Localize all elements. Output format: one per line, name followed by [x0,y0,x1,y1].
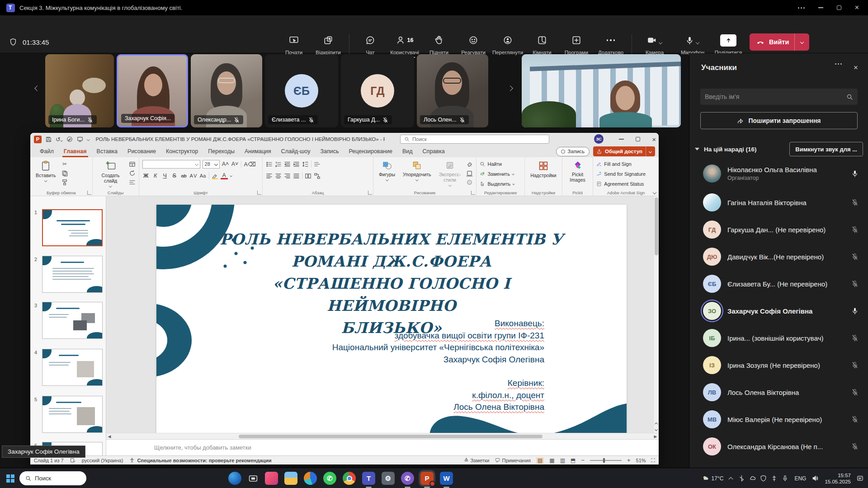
clock[interactable]: 15:57 15.05.2025 [825,472,851,485]
arrange-button[interactable]: Упорядочить [401,160,433,182]
panel-more-icon[interactable] [835,63,842,72]
new-slide-button[interactable]: Создать слайд [96,160,126,188]
mic-chevron-icon[interactable] [696,41,699,44]
strip-scroll-right[interactable] [508,84,512,92]
dialog-launcher-icon[interactable] [257,191,261,195]
participant-row[interactable]: Ніколаєнко Ольга ВасилівнаОрганізатор [689,158,868,189]
send-signature-button[interactable]: Send for Signature [596,169,646,178]
video-tile[interactable]: Лось Олен... [417,54,488,127]
file-explorer-icon[interactable] [284,472,297,485]
apps-button[interactable]: Програми [559,33,594,55]
slide-canvas[interactable]: РОЛЬ НЕВЕРБАЛЬНИХ ЕЛЕМЕНТІВ У РОМАНІ ДЖ.… [106,196,659,455]
notes-toggle[interactable]: ≙Заметки [464,457,489,464]
slideshow-icon[interactable] [77,136,83,142]
mic-off-icon[interactable] [851,199,859,206]
normal-view-icon[interactable]: ▤ [536,457,544,464]
onedrive-icon[interactable] [749,475,756,482]
tab-transitions[interactable]: Переходы [203,146,240,157]
comments-toggle[interactable]: 🗩Примечания [495,457,531,464]
participant-row[interactable]: ЄБ Єлизавета Бу... (Не перевірено) [689,270,868,297]
numbering-icon[interactable] [275,161,282,168]
minimize-button[interactable] [818,7,823,8]
slide-thumbnail-5[interactable] [42,396,103,433]
shape-effects-icon[interactable] [466,179,473,186]
mute-all-button[interactable]: Вимкнути звук для ... [789,142,863,156]
shadow-button[interactable]: ab [180,173,188,178]
mic-off-icon[interactable] [851,253,859,260]
scrollbar-thumb[interactable] [239,435,542,438]
cut-icon[interactable]: ✂ [61,161,68,168]
mic-on-icon[interactable] [851,307,859,314]
tab-insert[interactable]: Вставка [92,146,123,157]
scrollbar-thumb[interactable] [655,197,658,255]
close-button[interactable]: × [855,5,859,10]
popout-button[interactable]: Відкріпити [311,33,345,55]
whatsapp-icon[interactable]: ✆ [323,472,336,485]
video-tile[interactable]: ГД Гаркуша Д... [341,54,414,127]
ppt-minimize-button[interactable] [619,139,624,139]
ppt-share-button[interactable]: Общий доступ [593,146,655,156]
tab-animations[interactable]: Анимация [240,146,276,157]
save-icon[interactable] [46,136,52,142]
ppt-close-button[interactable]: × [652,136,656,143]
highlight-icon[interactable] [212,173,218,179]
share-invite-button[interactable]: Поширити запрошення [700,112,858,129]
video-tile[interactable]: ЄБ Єлизавета ... [265,54,338,127]
ppt-search-input[interactable] [412,136,545,142]
ppt-search-box[interactable] [400,135,549,144]
slideshow-view-icon[interactable]: ⬒ [571,457,576,464]
browser-icon[interactable] [304,472,317,485]
more-options-icon[interactable] [798,7,805,9]
tab-design[interactable]: Конструктор [161,146,203,157]
camera-button[interactable]: Камера [636,33,674,55]
rooms-button[interactable]: Кімнати [525,33,559,55]
copy-icon[interactable] [61,170,68,177]
line-spacing-icon[interactable] [302,161,309,168]
word-app-icon[interactable]: W [440,472,453,485]
section-icon[interactable] [129,179,136,186]
participant-row[interactable]: ДЮ Давидчук Вік...(Не перевірено) [689,243,868,270]
participant-search[interactable] [700,89,858,105]
notification-center-icon[interactable] [857,475,863,482]
photos-app-icon[interactable] [265,472,278,485]
camera-chevron-icon[interactable] [658,41,662,44]
dialog-launcher-icon[interactable] [87,191,91,195]
reset-icon[interactable] [129,170,136,177]
tab-file[interactable]: Файл [35,146,59,157]
increase-indent-icon[interactable] [293,161,300,168]
tab-slideshow[interactable]: Слайд-шоу [276,146,316,157]
notes-placeholder[interactable]: Щелкните, чтобы добавить заметки [154,444,251,451]
addins-button[interactable]: Надстройки [528,160,559,179]
align-left-icon[interactable] [266,173,273,179]
participant-row[interactable]: МВ Міюс Валерія (Не перевірено) [689,406,868,433]
participant-row[interactable]: ГД Гаркуша Дан... (Не перевірено) [689,216,868,243]
layout-icon[interactable] [129,161,136,168]
font-name-combo[interactable] [142,160,200,169]
shape-outline-icon[interactable] [466,170,473,177]
accessibility-status[interactable]: Специальные возможности: проверьте реком… [137,458,271,463]
horizontal-scrollbar[interactable]: ◀ ▶ [106,433,659,439]
video-tile-speaking[interactable]: Захарчук Софія... [117,54,188,127]
participant-row[interactable]: Гагіна Наталія Вікторівна [689,189,868,216]
fill-sign-button[interactable]: Fill and Sign [596,160,632,168]
find-button[interactable]: Найти [480,160,501,168]
mic-off-icon[interactable] [851,280,859,287]
usb-icon[interactable] [771,475,778,482]
volume-icon[interactable] [812,475,819,482]
leave-options-chevron-icon[interactable] [795,41,809,43]
strikethrough-button[interactable]: S [171,173,178,179]
slide-sorter-icon[interactable]: ▦ [549,457,554,464]
undo-icon[interactable]: ↺ [56,136,62,142]
slide-thumbnail-3[interactable] [42,302,103,339]
leave-button[interactable]: Вийти [750,33,809,51]
start-share-button[interactable]: Почати [277,33,311,55]
quick-styles-button[interactable]: Экспресс-стили [437,160,463,187]
font-color-button[interactable]: А [221,173,228,179]
replace-button[interactable]: Заменить [480,169,514,178]
participant-row-speaking[interactable]: ЗО Захарчук Софія Олегівна [689,297,868,324]
viber-icon[interactable]: ✆ [401,472,414,485]
ink-icon[interactable] [66,136,73,142]
copilot-icon[interactable] [228,472,241,485]
align-center-icon[interactable] [275,173,282,179]
spellcheck-icon[interactable] [70,458,75,463]
